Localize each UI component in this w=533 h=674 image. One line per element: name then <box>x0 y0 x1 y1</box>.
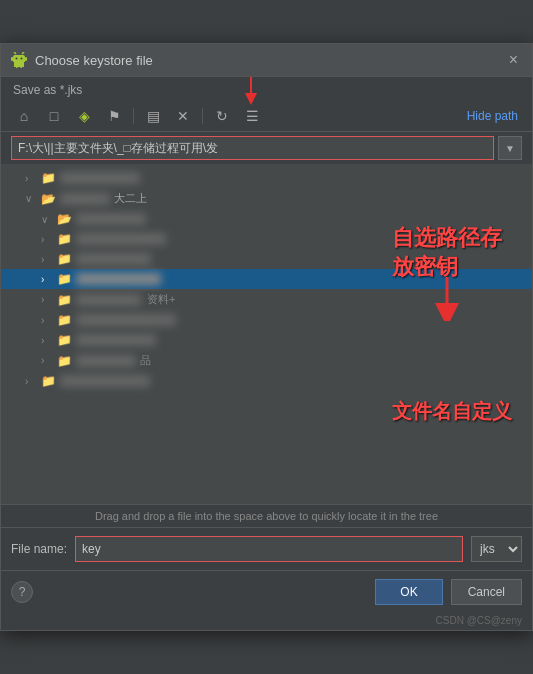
tree-arrow-icon: › <box>41 355 53 366</box>
tree-item[interactable]: › 📁 <box>1 371 532 391</box>
tree-item-label <box>76 294 141 306</box>
separator2 <box>202 108 203 124</box>
watermark: CSDN @CS@zeny <box>1 613 532 630</box>
tree-item-selected[interactable]: › 📁 <box>1 269 532 289</box>
folder-icon: 📁 <box>57 252 72 266</box>
folder-icon: 📁 <box>57 293 72 307</box>
help-button[interactable]: ? <box>11 581 33 603</box>
tree-item-tag: 资料+ <box>147 292 175 307</box>
tree-item[interactable]: › 📁 <box>1 249 532 269</box>
title-bar: Choose keystore file × <box>1 44 532 77</box>
tree-item-label <box>76 213 146 225</box>
tree-item[interactable]: › 📁 资料+ <box>1 289 532 310</box>
filename-label: File name: <box>11 542 67 556</box>
tree-item-sublabel: 大二上 <box>114 191 147 206</box>
tree-arrow-icon: › <box>41 315 53 326</box>
tree-item-label <box>60 193 110 205</box>
svg-line-3 <box>22 52 24 54</box>
cancel-button[interactable]: Cancel <box>451 579 522 605</box>
svg-point-1 <box>21 58 23 60</box>
tree-item-label <box>76 273 161 285</box>
folder-icon: 📁 <box>57 333 72 347</box>
tree-item-label <box>76 355 136 367</box>
new-folder-button[interactable]: ▤ <box>140 105 166 127</box>
tree-item-label <box>76 253 151 265</box>
svg-rect-4 <box>11 57 13 61</box>
tree-arrow-icon: › <box>25 376 37 387</box>
hide-path-button[interactable]: Hide path <box>463 107 522 125</box>
folder-icon: 📁 <box>57 354 72 368</box>
tree-item[interactable]: ∨ 📂 大二上 <box>1 188 532 209</box>
refresh-button[interactable]: ↻ <box>209 105 235 127</box>
folder-icon: 📂 <box>57 212 72 226</box>
tree-arrow-icon: › <box>41 254 53 265</box>
folder-icon: 📁 <box>57 313 72 327</box>
path-bar: ▼ <box>11 136 522 160</box>
filename-row: File name: jks p12 <box>1 527 532 570</box>
separator1 <box>133 108 134 124</box>
tree-arrow-icon: › <box>41 335 53 346</box>
home-button[interactable]: ⌂ <box>11 105 37 127</box>
desktop-button[interactable]: □ <box>41 105 67 127</box>
tree-item[interactable]: › 📁 <box>1 168 532 188</box>
button-row: ? OK Cancel <box>1 570 532 613</box>
tree-arrow-icon: › <box>41 234 53 245</box>
refresh-icon: ↻ <box>216 108 228 124</box>
desktop-icon: □ <box>50 108 58 124</box>
home-icon: ⌂ <box>20 108 28 124</box>
tree-item-label <box>60 375 150 387</box>
drag-hint: Drag and drop a file into the space abov… <box>1 504 532 527</box>
tree-item[interactable]: › 📁 <box>1 330 532 350</box>
close-button[interactable]: × <box>505 50 522 70</box>
svg-line-2 <box>14 52 16 54</box>
folder-icon: 📁 <box>57 232 72 246</box>
tree-item-label <box>76 233 166 245</box>
tree-item[interactable]: › 📁 <box>1 229 532 249</box>
ok-button[interactable]: OK <box>375 579 442 605</box>
path-dropdown-button[interactable]: ▼ <box>498 136 522 160</box>
settings-button[interactable]: ☰ <box>239 105 265 127</box>
folder-icon: 📁 <box>41 171 56 185</box>
save-as-label: Save as *.jks <box>1 77 532 101</box>
tree-item-label <box>60 172 140 184</box>
tree-item-label <box>76 334 156 346</box>
settings-icon: ☰ <box>246 108 259 124</box>
tree-item-tag2: 品 <box>140 353 151 368</box>
bookmark-button[interactable]: ⚑ <box>101 105 127 127</box>
dialog-title: Choose keystore file <box>35 53 505 68</box>
extension-select[interactable]: jks p12 <box>471 536 522 562</box>
folder-icon: 📂 <box>41 192 56 206</box>
delete-icon: ✕ <box>177 108 189 124</box>
tree-item[interactable]: › 📁 <box>1 310 532 330</box>
tree-arrow-icon: ∨ <box>41 214 53 225</box>
file-tree[interactable]: › 📁 ∨ 📂 大二上 ∨ 📂 › 📁 › <box>1 164 532 504</box>
tree-item-label <box>76 314 176 326</box>
svg-point-0 <box>16 58 18 60</box>
tree-item[interactable]: › 📁 品 <box>1 350 532 371</box>
path-input[interactable] <box>11 136 494 160</box>
folder-icon: 📁 <box>41 374 56 388</box>
android-button[interactable]: ◈ <box>71 105 97 127</box>
tree-arrow-icon: ∨ <box>25 193 37 204</box>
delete-button[interactable]: ✕ <box>170 105 196 127</box>
android-title-icon <box>11 52 27 68</box>
bookmark-icon: ⚑ <box>108 108 121 124</box>
tree-arrow-icon: › <box>25 173 37 184</box>
folder-icon: 📁 <box>57 272 72 286</box>
svg-rect-5 <box>25 57 27 61</box>
choose-keystore-dialog: Choose keystore file × Save as *.jks ⌂ □… <box>0 43 533 631</box>
android-icon: ◈ <box>79 108 90 124</box>
new-folder-icon: ▤ <box>147 108 160 124</box>
tree-item[interactable]: ∨ 📂 <box>1 209 532 229</box>
filename-input[interactable] <box>75 536 463 562</box>
tree-arrow-icon: › <box>41 274 53 285</box>
toolbar: ⌂ □ ◈ ⚑ ▤ ✕ ↻ ☰ <box>1 101 532 132</box>
tree-arrow-icon: › <box>41 294 53 305</box>
